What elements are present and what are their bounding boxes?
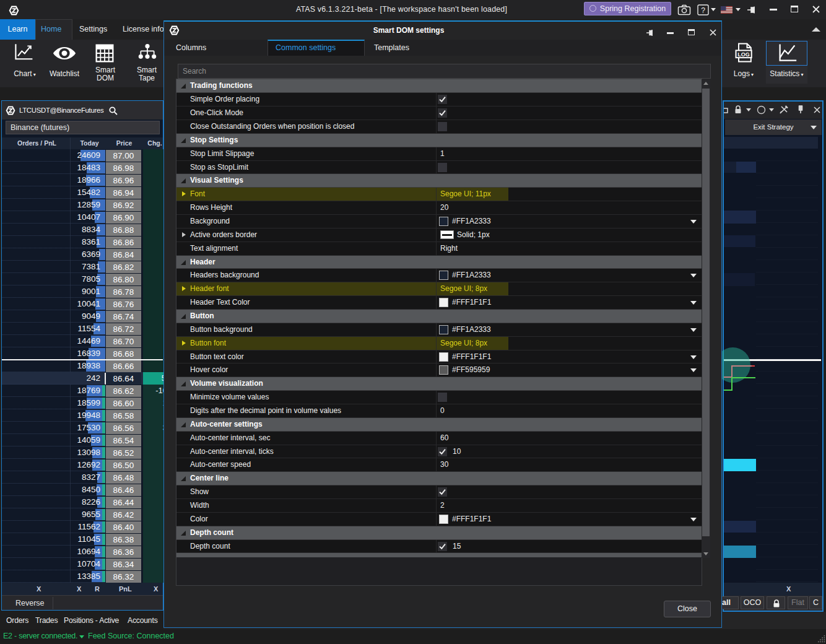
svg-text:?: ?: [701, 6, 705, 15]
svg-text:LOG: LOG: [737, 51, 750, 58]
